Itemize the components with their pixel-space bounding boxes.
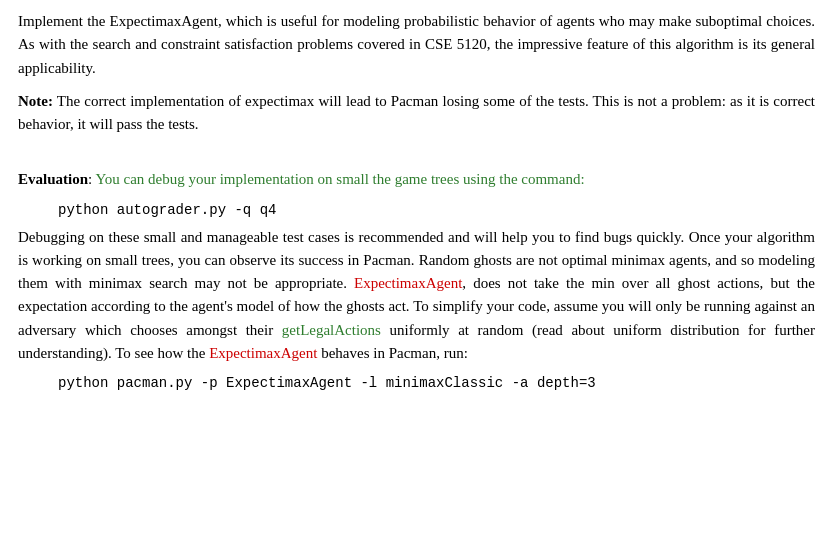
intro-paragraph: Implement the ExpectimaxAgent, which is … [18,10,815,80]
intro-text: Implement the ExpectimaxAgent, which is … [18,13,815,76]
expectimax-agent-2: ExpectimaxAgent [209,345,317,361]
debug-paragraph: Debugging on these small and manageable … [18,226,815,366]
note-text: The correct implementation of expectimax… [18,93,815,132]
eval-label: Evaluation [18,171,88,187]
main-content: Implement the ExpectimaxAgent, which is … [18,10,815,391]
get-legal-actions: getLegalActions [282,322,381,338]
expectimax-agent-1: ExpectimaxAgent [354,275,462,291]
eval-description: You can debug your implementation on sma… [92,171,584,187]
note-paragraph: Note: The correct implementation of expe… [18,90,815,137]
code-block-2: python pacman.py -p ExpectimaxAgent -l m… [58,375,815,391]
evaluation-section: Evaluation: You can debug your implement… [18,168,815,191]
evaluation-line: Evaluation: You can debug your implement… [18,168,815,191]
code-text-2: python pacman.py -p ExpectimaxAgent -l m… [58,375,596,391]
note-label: Note: [18,93,53,109]
debug-part4: behaves in Pacman, run: [317,345,467,361]
code-block-1: python autograder.py -q q4 [58,202,815,218]
spacer [18,154,815,168]
code-text-1: python autograder.py -q q4 [58,202,276,218]
